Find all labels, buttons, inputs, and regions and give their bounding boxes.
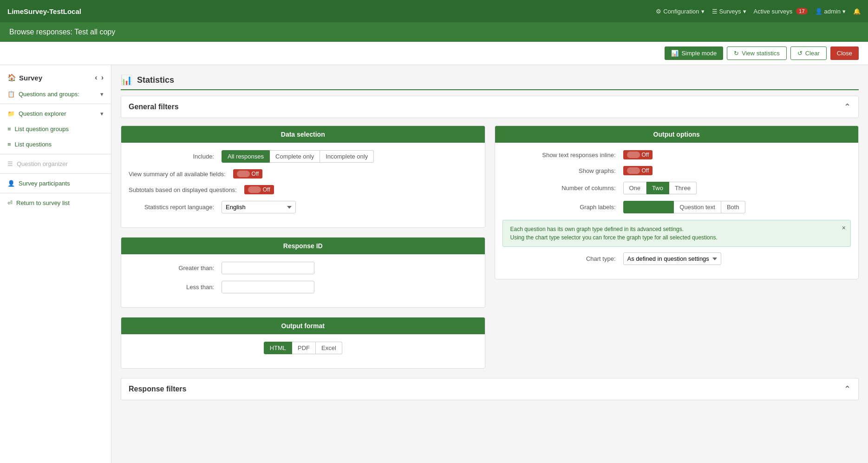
greater-than-input[interactable]	[222, 262, 314, 274]
response-id-body: Greater than: Less than:	[121, 254, 485, 307]
info-text-line2: Using the chart type selector you can fo…	[510, 234, 843, 241]
response-filters-header: Response filters ⌃	[121, 378, 859, 400]
general-filters-header: General filters ⌃	[121, 96, 859, 118]
sidebar-survey-label: Survey	[19, 74, 42, 82]
language-select[interactable]: English	[222, 201, 296, 213]
response-filters-collapse-btn[interactable]: ⌃	[844, 384, 851, 394]
output-options-title: Output options	[653, 131, 700, 138]
sidebar-item-list-questions[interactable]: ≡ List questions	[0, 137, 111, 152]
right-column: Output options Show text responses inlin…	[495, 126, 859, 369]
show-text-toggle-label: Off	[642, 152, 649, 158]
incomplete-only-btn[interactable]: Incomplete only	[320, 150, 374, 163]
view-statistics-button[interactable]: ↻ View statistics	[727, 46, 786, 60]
chart-type-label: Chart type:	[503, 255, 623, 262]
statistics-title: Statistics	[137, 75, 174, 85]
toolbar: 📊 Simple mode ↻ View statistics ↺ Clear …	[0, 42, 868, 65]
show-text-toggle[interactable]: Off	[623, 150, 653, 159]
main-layout: 🏠 Survey ‹ › 📋 Questions and groups: ▾ 📁…	[0, 65, 868, 463]
list-question-groups-icon: ≡	[7, 126, 11, 132]
info-text-line1: Each question has its own graph type def…	[510, 226, 843, 232]
admin-menu[interactable]: 👤 admin ▾	[815, 8, 846, 15]
both-btn[interactable]: Both	[721, 201, 745, 213]
subtotals-row: Subtotals based on displayed questions: …	[129, 185, 477, 194]
view-summary-toggle[interactable]: Off	[233, 169, 263, 179]
graph-labels-row: Graph labels: Question code Question tex…	[503, 201, 851, 213]
info-close-btn[interactable]: ×	[842, 224, 846, 232]
all-responses-btn[interactable]: All responses	[222, 150, 270, 163]
show-graphs-toggle[interactable]: Off	[623, 166, 653, 175]
active-surveys-link[interactable]: Active surveys 17	[754, 8, 808, 15]
clear-label: Clear	[805, 50, 820, 57]
list-questions-icon: ≡	[7, 141, 11, 148]
sidebar-item-list-question-groups[interactable]: ≡ List question groups	[0, 121, 111, 137]
panels-grid: Data selection Include: All responses Co…	[121, 126, 859, 369]
output-options-body: Show text responses inline: Off Show gra…	[495, 143, 859, 279]
data-selection-card: Data selection Include: All responses Co…	[121, 126, 485, 228]
admin-label: admin	[824, 8, 841, 15]
col-one-btn[interactable]: One	[623, 182, 647, 194]
view-summary-row: View summary of all available fields: Of…	[129, 169, 477, 179]
statistics-icon: 📊	[121, 74, 132, 86]
general-filters-collapse-btn[interactable]: ⌃	[844, 102, 851, 112]
subtotals-label: Subtotals based on displayed questions:	[129, 186, 244, 193]
sidebar-question-organizer-label: Question organizer	[17, 160, 68, 167]
sidebar-question-explorer-label: Question explorer	[19, 110, 66, 117]
chart-type-select[interactable]: As defined in question settings	[623, 252, 721, 265]
configuration-menu[interactable]: ⚙ Configuration ▾	[656, 8, 704, 15]
simple-mode-button[interactable]: 📊 Simple mode	[665, 46, 723, 60]
close-label: Close	[837, 50, 852, 57]
close-button[interactable]: Close	[830, 46, 859, 60]
sidebar-item-return-to-survey-list[interactable]: ⏎ Return to survey list	[0, 195, 111, 211]
surveys-menu[interactable]: ☰ Surveys ▾	[712, 8, 746, 15]
html-btn[interactable]: HTML	[264, 342, 292, 354]
sidebar-list-questions-label: List questions	[15, 141, 52, 148]
sidebar-divider-3	[0, 173, 111, 174]
general-filters-title: General filters	[129, 103, 179, 111]
col-three-btn[interactable]: Three	[669, 182, 697, 194]
sidebar-item-question-explorer[interactable]: 📁 Question explorer ▾	[0, 106, 111, 121]
show-graphs-row: Show graphs: Off	[503, 166, 851, 175]
survey-participants-icon: 👤	[7, 180, 15, 187]
return-icon: ⏎	[7, 199, 13, 206]
sidebar-divider-2	[0, 154, 111, 154]
chart-icon: 📊	[671, 50, 679, 57]
num-columns-btn-group: One Two Three	[623, 182, 697, 194]
subtotals-toggle-label: Off	[263, 186, 270, 193]
nav-arrows: ‹ ›	[95, 73, 104, 82]
pdf-btn[interactable]: PDF	[292, 342, 316, 354]
statistics-section-header: 📊 Statistics	[121, 74, 859, 90]
excel-btn[interactable]: Excel	[316, 342, 342, 354]
app-brand: LimeSurvey-TestLocal	[7, 7, 81, 15]
response-id-card: Response ID Greater than: Less than:	[121, 237, 485, 308]
less-than-input[interactable]	[222, 281, 314, 293]
less-than-label: Less than:	[129, 284, 222, 291]
question-text-btn[interactable]: Question text	[674, 201, 721, 213]
nav-forward-arrow[interactable]: ›	[101, 73, 104, 82]
sidebar-item-questions-groups[interactable]: 📋 Questions and groups: ▾	[0, 86, 111, 102]
complete-only-btn[interactable]: Complete only	[270, 150, 320, 163]
chart-type-row: Chart type: As defined in question setti…	[503, 252, 851, 265]
output-format-row: HTML PDF Excel	[129, 342, 477, 354]
sidebar-return-label: Return to survey list	[16, 199, 70, 206]
output-options-card: Output options Show text responses inlin…	[495, 126, 859, 279]
col-two-btn[interactable]: Two	[646, 182, 669, 194]
user-icon: 👤	[815, 8, 822, 15]
language-label: Statistics report language:	[129, 204, 222, 211]
clear-icon: ↺	[797, 50, 803, 57]
question-explorer-icon: 📁	[7, 110, 15, 117]
sidebar-list-question-groups-label: List question groups	[15, 126, 69, 132]
chevron-down-icon: ▾	[100, 110, 104, 117]
question-code-btn[interactable]: Question code	[623, 201, 674, 213]
notifications-bell[interactable]: 🔔	[853, 8, 861, 15]
clear-button[interactable]: ↺ Clear	[790, 46, 827, 60]
show-text-inline-label: Show text responses inline:	[503, 152, 623, 159]
output-format-btn-group: HTML PDF Excel	[264, 342, 342, 354]
navbar-right: ⚙ Configuration ▾ ☰ Surveys ▾ Active sur…	[656, 8, 861, 15]
sidebar-survey-participants-label: Survey participants	[19, 180, 70, 187]
sidebar-item-survey-participants[interactable]: 👤 Survey participants	[0, 176, 111, 191]
subtotals-toggle[interactable]: Off	[244, 185, 274, 194]
sidebar: 🏠 Survey ‹ › 📋 Questions and groups: ▾ 📁…	[0, 65, 111, 463]
num-columns-row: Number of columns: One Two Three	[503, 182, 851, 194]
nav-back-arrow[interactable]: ‹	[95, 73, 97, 82]
response-filters-title: Response filters	[129, 385, 186, 393]
